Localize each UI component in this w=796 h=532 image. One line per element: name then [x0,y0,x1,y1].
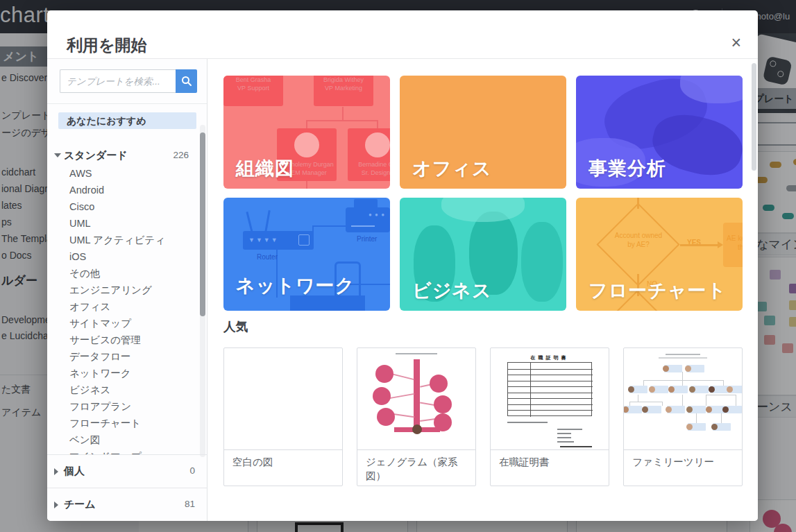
tile-business[interactable]: ビジネス [400,198,566,311]
certificate-thumbnail: 在職証明書 [491,348,609,449]
chevron-down-icon [54,153,61,157]
category-personal[interactable]: 個人 0 [47,454,208,488]
template-card-employment-certificate[interactable]: 在職証明書 在職証明書 [490,347,609,486]
close-icon[interactable]: × [731,34,741,51]
org-node: Brigida WitheyVP Marketing [314,76,373,106]
tile-office[interactable]: オフィス [400,76,566,189]
search-input[interactable] [60,69,176,93]
category-count: 0 [189,465,195,476]
org-node: Bent GrashaVP Support [223,76,283,106]
category-item-aws[interactable]: AWS [47,165,201,182]
category-item-business[interactable]: ビジネス [47,381,201,398]
tile-network[interactable]: ▼▼▼▼ Router ● ● ● Printer Smart Phone ネッ… [223,198,390,311]
category-item-flowchart[interactable]: フローチャート [47,415,201,431]
template-gallery: Bent GrashaVP Support Brigida WitheyVP M… [208,59,758,521]
router-shape: ▼▼▼▼ [243,231,314,250]
tile-org-chart[interactable]: Bent GrashaVP Support Brigida WitheyVP M… [223,76,390,189]
search-button[interactable] [176,69,197,93]
category-team[interactable]: チーム 81 [47,488,208,521]
recommended-for-you[interactable]: あなたにおすすめ [58,112,196,129]
category-item-uml[interactable]: UML [47,215,201,232]
get-started-modal: 利用を開始 × あなたにおすすめ スタンダード 226 AWS Android … [47,10,758,521]
template-card-label: ジェノグラム（家系図） [357,449,475,486]
category-count: 81 [185,499,195,509]
org-node: Bernadine GoSr. Designe [348,128,390,181]
category-item-uml-activity[interactable]: UML アクティビティ [47,232,201,248]
category-item-office[interactable]: オフィス [47,298,201,315]
family-tree-thumbnail [624,348,742,449]
category-item-cisco[interactable]: Cisco [47,198,201,215]
category-item-dataflow[interactable]: データフロー [47,348,201,365]
modal-scrollbar-thumb[interactable] [752,63,756,171]
chevron-right-icon [54,468,58,475]
category-item-android[interactable]: Android [47,182,201,198]
flowchart-box: AE keeps ownthe acc [723,223,743,267]
category-item-ios[interactable]: iOS [47,248,201,265]
template-card-genogram[interactable]: ジェノグラム（家系図） [357,347,476,486]
chevron-right-icon [54,501,58,508]
panel-scrollbar-thumb[interactable] [200,132,205,316]
category-item-floorplan[interactable]: フロアプラン [47,398,201,415]
popular-heading: 人気 [223,318,248,335]
panel-divider [47,103,207,104]
tile-business-analysis[interactable]: 事業分析 [576,76,743,189]
blank-thumbnail [224,348,342,449]
category-item-service-mgmt[interactable]: サービスの管理 [47,332,201,348]
modal-title: 利用を開始 [67,35,147,56]
category-item-other[interactable]: その他 [47,265,201,282]
category-item-network[interactable]: ネットワーク [47,365,201,381]
template-card-family-tree[interactable]: ファミリーツリー [623,347,743,486]
category-item-mindmap[interactable]: マインドマップ [47,448,201,454]
category-item-sitemap[interactable]: サイトマップ [47,315,201,332]
template-card-blank[interactable]: 空白の図 [223,347,343,486]
tile-flowchart[interactable]: Account owned by AE? YES AE keeps ownthe… [576,198,743,311]
category-item-engineering[interactable]: エンジニアリング [47,282,201,298]
template-card-label: ファミリーツリー [624,449,742,486]
printer-shape: ● ● ● [346,207,390,232]
category-item-venn[interactable]: ベン図 [47,431,201,448]
template-card-label: 空白の図 [224,449,342,486]
category-count: 226 [173,146,189,165]
category-standard[interactable]: スタンダード 226 [47,146,201,165]
category-tree: スタンダード 226 AWS Android Cisco UML UML アクテ… [47,146,201,454]
search-icon [181,76,192,87]
template-category-panel: あなたにおすすめ スタンダード 226 AWS Android Cisco UM… [47,59,208,521]
genogram-thumbnail [357,348,475,449]
template-card-label: 在職証明書 [491,449,609,486]
genogram-avatar [412,424,422,434]
